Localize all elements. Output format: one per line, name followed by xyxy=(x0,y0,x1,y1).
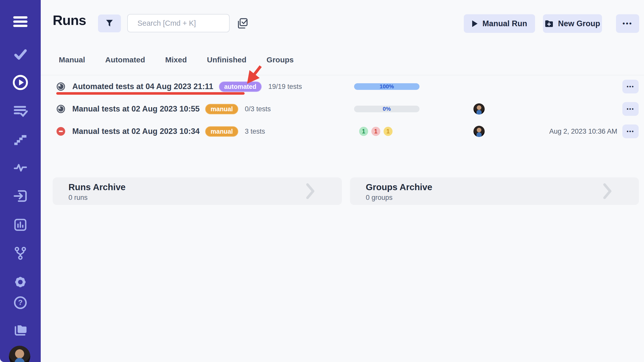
runs-page: ? Runs Manual Run New Group ••• Manual A… xyxy=(0,0,644,362)
header-more-button[interactable]: ••• xyxy=(616,14,639,33)
sidebar-item-analytics[interactable] xyxy=(0,218,41,232)
groups-archive-title: Groups Archive xyxy=(366,182,432,192)
import-icon xyxy=(13,189,28,203)
sidebar-item-activity[interactable] xyxy=(0,161,41,174)
new-group-button[interactable]: New Group xyxy=(543,14,602,33)
row-menu-button[interactable]: ••• xyxy=(622,102,639,116)
run-type-badge: manual xyxy=(205,126,238,137)
runs-archive-title: Runs Archive xyxy=(68,182,125,192)
gear-icon xyxy=(12,274,28,290)
check-icon xyxy=(16,51,25,58)
play-circle-icon xyxy=(12,74,29,91)
batch-select-icon xyxy=(236,17,248,30)
runs-archive-count: 0 runs xyxy=(68,194,88,202)
manual-run-button[interactable]: Manual Run xyxy=(464,14,535,33)
menu-icon[interactable] xyxy=(0,16,41,27)
passed-count-badge: 1 xyxy=(359,127,368,136)
run-tests-count: 19/19 tests xyxy=(268,83,302,91)
run-type-badge: manual xyxy=(205,104,238,114)
sidebar-item-import[interactable] xyxy=(0,189,41,203)
run-row-2[interactable]: Manual tests at 02 Aug 2023 10:55 manual… xyxy=(41,98,644,120)
run-title[interactable]: Automated tests at 04 Aug 2023 21:11 xyxy=(72,82,213,91)
row-menu-button[interactable]: ••• xyxy=(622,124,639,138)
list-check-icon xyxy=(13,104,28,118)
filter-button[interactable] xyxy=(98,15,121,32)
sidebar-item-traceability[interactable] xyxy=(0,246,41,260)
search-input[interactable] xyxy=(137,19,234,28)
tab-automated[interactable]: Automated xyxy=(105,55,145,64)
chevron-right-icon xyxy=(306,183,314,199)
filter-icon xyxy=(106,20,113,27)
sidebar-item-milestones[interactable] xyxy=(0,133,41,146)
manual-run-label: Manual Run xyxy=(482,19,527,28)
groups-archive-count: 0 groups xyxy=(366,194,393,202)
folder-plus-icon xyxy=(545,20,553,27)
sidebar-item-projects[interactable] xyxy=(0,323,41,337)
result-counts: 1 1 1 xyxy=(359,127,393,136)
sidebar-item-runs[interactable] xyxy=(0,74,41,91)
run-type-badge: automated xyxy=(219,81,262,92)
row-menu-button[interactable]: ••• xyxy=(622,80,639,93)
progress-label: 100% xyxy=(354,83,419,90)
tab-manual[interactable]: Manual xyxy=(59,55,85,64)
run-row-1[interactable]: Automated tests at 04 Aug 2023 21:11 aut… xyxy=(41,75,644,98)
folders-icon xyxy=(12,323,28,337)
play-icon xyxy=(472,20,478,27)
sidebar-item-help[interactable]: ? xyxy=(0,296,41,310)
chart-icon xyxy=(13,218,28,232)
run-progress-pie-icon xyxy=(57,82,65,91)
assignee-avatar[interactable] xyxy=(473,103,485,115)
groups-archive-card[interactable]: Groups Archive 0 groups xyxy=(350,177,639,205)
sidebar-item-test-plans[interactable] xyxy=(0,104,41,118)
sidebar: ? xyxy=(0,0,41,362)
progress-bar: 0% xyxy=(354,106,419,112)
branch-icon xyxy=(13,246,27,260)
page-title: Runs xyxy=(53,12,86,28)
user-avatar[interactable] xyxy=(9,346,30,362)
run-tests-count: 3 tests xyxy=(245,128,265,135)
progress-bar: 100% xyxy=(354,83,419,90)
sidebar-item-tests[interactable] xyxy=(0,47,41,62)
svg-text:?: ? xyxy=(18,298,23,307)
run-tests-count: 0/3 tests xyxy=(245,105,271,113)
steps-icon xyxy=(13,133,27,146)
sidebar-item-settings[interactable] xyxy=(0,274,41,290)
chevron-right-icon xyxy=(603,183,611,199)
new-group-label: New Group xyxy=(558,19,600,28)
run-row-3[interactable]: Manual tests at 02 Aug 2023 10:34 manual… xyxy=(41,120,644,143)
batch-select-button[interactable] xyxy=(235,16,250,31)
tab-groups[interactable]: Groups xyxy=(267,55,294,64)
run-title[interactable]: Manual tests at 02 Aug 2023 10:34 xyxy=(72,127,200,136)
blocked-count-badge: 1 xyxy=(384,127,393,136)
run-progress-pie-icon xyxy=(57,105,65,113)
tab-mixed[interactable]: Mixed xyxy=(165,55,187,64)
assignee-avatar[interactable] xyxy=(473,126,485,137)
tabs: Manual Automated Mixed Unfinished Groups xyxy=(59,55,294,64)
run-date: Aug 2, 2023 10:36 AM xyxy=(549,120,617,143)
run-title[interactable]: Manual tests at 02 Aug 2023 10:55 xyxy=(72,104,200,114)
search-box xyxy=(127,14,230,32)
tab-unfinished[interactable]: Unfinished xyxy=(207,55,246,64)
progress-label: 0% xyxy=(354,106,419,112)
pulse-icon xyxy=(13,161,28,174)
run-stopped-icon xyxy=(57,127,65,136)
help-icon: ? xyxy=(13,296,27,310)
failed-count-badge: 1 xyxy=(371,127,380,136)
runs-archive-card[interactable]: Runs Archive 0 runs xyxy=(53,177,342,205)
